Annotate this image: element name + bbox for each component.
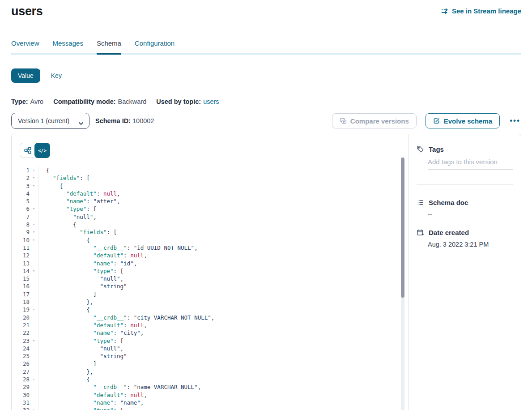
- code-line: 4 "default": null,: [12, 190, 409, 197]
- line-number: 8: [12, 221, 30, 228]
- fold-spacer: [30, 244, 38, 252]
- line-number: 17: [12, 290, 30, 298]
- fold-spacer: [30, 321, 38, 329]
- fold-toggle-icon[interactable]: ▾: [30, 236, 38, 244]
- meta-label: Compatibility mode:: [53, 98, 115, 105]
- fold-spacer: [30, 290, 38, 298]
- key-tab-button[interactable]: Key: [51, 72, 62, 79]
- tab-schema[interactable]: Schema: [97, 39, 121, 55]
- tree-view-button[interactable]: [20, 143, 35, 158]
- meta-item: Type:Avro: [11, 98, 43, 105]
- line-number: 24: [12, 345, 30, 352]
- value-key-toggle: Value Key: [11, 68, 521, 83]
- fold-toggle-icon[interactable]: ▾: [30, 221, 38, 228]
- meta-item: Compatibility mode:Backward: [53, 98, 146, 105]
- page-container: users See in Stream lineage OverviewMess…: [0, 4, 532, 410]
- line-number: 14: [12, 267, 30, 275]
- line-number: 20: [12, 314, 30, 321]
- tags-section-header: Tags: [417, 145, 513, 153]
- fold-toggle-icon[interactable]: ▾: [30, 337, 38, 345]
- add-tags-input[interactable]: [428, 158, 513, 170]
- scrollbar-track[interactable]: [401, 157, 404, 410]
- stream-lineage-link[interactable]: See in Stream lineage: [441, 7, 521, 15]
- tree-view-icon: [24, 147, 31, 154]
- fold-toggle-icon[interactable]: ▾: [30, 406, 38, 410]
- fold-toggle-icon[interactable]: ▾: [30, 228, 38, 236]
- code-text: {: [38, 221, 77, 228]
- fold-toggle-icon[interactable]: ▾: [30, 306, 38, 313]
- line-number: 13: [12, 260, 30, 267]
- schema-sidebar: Tags Schema doc --: [409, 134, 521, 410]
- tags-input-wrap: [428, 158, 513, 170]
- line-number: 18: [12, 298, 30, 306]
- code-text: "default": null,: [38, 321, 147, 329]
- fold-toggle-icon[interactable]: ▾: [30, 205, 38, 213]
- fold-toggle-icon[interactable]: ▾: [30, 167, 38, 174]
- compare-versions-label: Compare versions: [350, 117, 409, 125]
- line-number: 6: [12, 205, 30, 213]
- tab-configuration[interactable]: Configuration: [135, 39, 174, 53]
- code-line: 29 "__crdb__": "name VARCHAR NULL",: [12, 383, 409, 391]
- line-number: 29: [12, 383, 30, 391]
- stream-lineage-icon: [441, 8, 449, 15]
- tab-messages[interactable]: Messages: [53, 39, 83, 53]
- code-line: 12 "default": null,: [12, 252, 409, 259]
- date-created-header: Date created: [417, 229, 513, 236]
- line-number: 31: [12, 399, 30, 406]
- code-line: 6▾ "type": [: [12, 205, 409, 213]
- line-number: 21: [12, 321, 30, 329]
- scrollbar-thumb[interactable]: [401, 158, 404, 298]
- date-created-value: Aug. 3 2022 3:21 PM: [428, 241, 513, 248]
- page-title: users: [11, 4, 43, 18]
- fold-spacer: [30, 360, 38, 367]
- line-number: 27: [12, 368, 30, 376]
- code-line: 24 "null",: [12, 345, 409, 352]
- meta-value-link[interactable]: users: [203, 98, 219, 105]
- schema-meta-row: Type:AvroCompatibility mode:BackwardUsed…: [11, 98, 521, 105]
- fold-spacer: [30, 314, 38, 321]
- code-text: "null",: [38, 345, 123, 352]
- fold-spacer: [30, 298, 38, 306]
- code-text: {: [38, 182, 63, 190]
- code-text: "__crdb__": "name VARCHAR NULL",: [38, 383, 201, 391]
- page-header: users See in Stream lineage: [11, 4, 521, 18]
- fold-spacer: [30, 275, 38, 282]
- code-line: 30 "default": null,: [12, 391, 409, 399]
- tab-overview[interactable]: Overview: [11, 39, 39, 53]
- line-number: 26: [12, 360, 30, 367]
- code-view-button[interactable]: </>: [34, 143, 50, 158]
- evolve-schema-button[interactable]: Evolve schema: [426, 113, 500, 128]
- compare-versions-button[interactable]: Compare versions: [332, 113, 417, 128]
- code-text: {: [38, 236, 90, 244]
- fold-spacer: [30, 391, 38, 399]
- code-text: "default": null,: [38, 190, 120, 197]
- code-text: },: [38, 368, 93, 376]
- code-text: "null",: [38, 275, 123, 282]
- version-select[interactable]: Version 1 (current): [11, 113, 89, 129]
- more-actions-button[interactable]: •••: [509, 116, 521, 125]
- schema-doc-header: Schema doc: [417, 199, 513, 206]
- code-text: {: [38, 306, 90, 313]
- fold-spacer: [30, 282, 38, 290]
- line-number: 28: [12, 376, 30, 383]
- fold-toggle-icon[interactable]: ▾: [30, 182, 38, 190]
- line-number: 5: [12, 197, 30, 205]
- meta-value: Avro: [30, 98, 44, 105]
- fold-toggle-icon[interactable]: ▾: [30, 376, 38, 383]
- fold-spacer: [30, 345, 38, 352]
- stream-lineage-label: See in Stream lineage: [452, 7, 521, 15]
- code-text: },: [38, 298, 93, 306]
- line-number: 25: [12, 352, 30, 360]
- fold-toggle-icon[interactable]: ▾: [30, 267, 38, 275]
- value-tab-button[interactable]: Value: [11, 68, 40, 83]
- line-number: 3: [12, 182, 30, 190]
- fold-spacer: [30, 260, 38, 267]
- fold-toggle-icon[interactable]: ▾: [30, 174, 38, 182]
- code-text: {: [38, 167, 50, 174]
- code-line: 22 "name": "city",: [12, 329, 409, 337]
- sidebar-divider: [417, 184, 513, 185]
- code-line: 17 ]: [12, 290, 409, 298]
- fold-spacer: [30, 213, 38, 221]
- line-number: 15: [12, 275, 30, 282]
- edit-icon: [433, 117, 440, 124]
